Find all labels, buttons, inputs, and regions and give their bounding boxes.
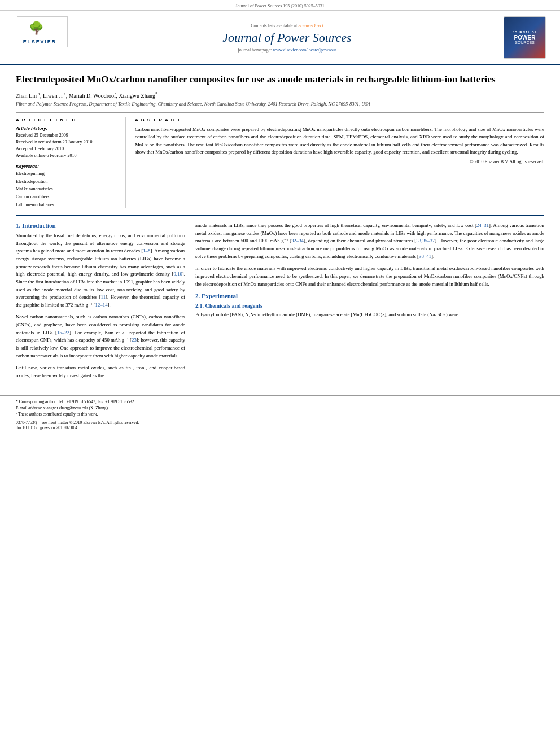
abstract-col: A B S T R A C T Carbon nanofiber-support… [135,117,544,208]
keyword-3: MnOx nanoparticles [16,185,119,193]
elsevier-logo-area: 🌳 ELSEVIER [11,16,73,59]
article-history-label: Article history: [16,126,119,131]
journal-homepage-link[interactable]: www.elsevier.com/locate/jpowsour [273,47,336,53]
svg-text:ELSEVIER: ELSEVIER [23,39,56,45]
chemicals-title: 2.1. Chemicals and reagents [195,303,544,309]
ref-33-37[interactable]: 33,35–37 [416,238,435,243]
article-title: Electrodeposited MnOx/carbon nanofiber c… [16,73,544,86]
revised-date: Received in revised form 29 January 2010 [16,139,119,146]
article-info-col: A R T I C L E I N F O Article history: R… [16,117,126,208]
footnote-email: E-mail address: xiangwu.zhang@ncsu.edu (… [16,405,544,410]
intro-right-paragraph-1: anode materials in LIBs, since they poss… [195,222,544,260]
footnote-star: * Corresponding author. Tel.: +1 919 515… [16,399,544,404]
journal-citation: Journal of Power Sources 195 (2010) 5025… [235,3,324,8]
footer-bottom: 0378-7753/$ – see front matter © 2010 El… [16,420,544,430]
abstract-copyright: © 2010 Elsevier B.V. All rights reserved… [135,159,544,164]
issn-line: 0378-7753/$ – see front matter © 2010 El… [16,420,139,430]
abstract-header: A B S T R A C T [135,117,544,123]
ref-15-22[interactable]: 15–22 [57,330,69,335]
accepted-date: Accepted 1 February 2010 [16,146,119,152]
ref-1-8[interactable]: 1–8 [143,248,150,254]
affiliation-line: Fiber and Polymer Science Program, Depar… [16,101,544,107]
ref-24-31[interactable]: 24–31 [476,222,489,228]
doi-text: doi:10.1016/j.jpowsour.2010.02.004 [16,425,139,430]
header-right: JOURNAL OF POWER SOURCES [501,16,549,59]
page: Journal of Power Sources 195 (2010) 5025… [0,0,560,747]
article-body: Electrodeposited MnOx/carbon nanofiber c… [0,65,560,390]
journal-homepage: journal homepage: www.elsevier.com/locat… [79,47,495,53]
authors-line: Zhan Lin 1, Liwen Ji 1, Mariah D. Woodro… [16,91,544,99]
footer-section: * Corresponding author. Tel.: +1 919 515… [0,395,560,435]
sciencedirect-link[interactable]: ScienceDirect [298,23,323,28]
keyword-2: Electrodeposition [16,178,119,186]
received-date: Received 25 December 2009 [16,132,119,139]
article-info-abstract-section: A R T I C L E I N F O Article history: R… [16,112,544,208]
logo-sources: SOURCES [515,41,535,45]
keyword-1: Electrospinning [16,170,119,178]
keyword-4: Carbon nanofibers [16,193,119,201]
intro-paragraph-1: Stimulated by the fossil fuel depletions… [16,232,185,309]
article-dates: Received 25 December 2009 Received in re… [16,132,119,159]
intro-right-paragraph-2: In order to fabricate the anode material… [195,265,544,288]
elsevier-logo: 🌳 ELSEVIER [17,16,68,47]
ref-9-10[interactable]: 9,10 [173,271,182,277]
journal-logo-box: JOURNAL OF POWER SOURCES [504,16,546,59]
keywords-list: Electrospinning Electrodeposition MnOx n… [16,170,119,208]
online-date: Available online 6 February 2010 [16,152,119,159]
intro-paragraph-3: Until now, various transition metal oxid… [16,364,185,379]
intro-paragraph-2: Novel carbon nanomaterials, such as carb… [16,313,185,360]
header-section: 🌳 ELSEVIER Contents lists available at S… [0,11,560,65]
ref-12-14[interactable]: 12–14 [95,302,108,308]
issn-text: 0378-7753/$ – see front matter © 2010 El… [16,420,139,425]
article-info-header: A R T I C L E I N F O [16,117,119,123]
ref-11[interactable]: 11 [101,294,106,300]
header-center: Contents lists available at ScienceDirec… [79,16,495,59]
journal-top-bar: Journal of Power Sources 195 (2010) 5025… [0,0,560,11]
ref-32-34[interactable]: 32–34 [291,238,304,243]
experimental-title: 2. Experimental [195,292,544,299]
chemicals-text: Polyacrylonitrile (PAN), N,N-dimethylfor… [195,311,544,319]
footnote-equal: ¹ These authors contributed equally to t… [16,412,544,417]
main-content: 1. Introduction Stimulated by the fossil… [16,215,544,384]
ref-38-41[interactable]: 38–41 [419,254,431,259]
ref-23[interactable]: 23 [132,337,137,343]
main-right-col: anode materials in LIBs, since they poss… [195,222,544,384]
intro-title: 1. Introduction [16,222,185,229]
abstract-text: Carbon nanofiber-supported MnOx composit… [135,126,544,156]
sciencedirect-line: Contents lists available at ScienceDirec… [79,23,495,28]
journal-title: Journal of Power Sources [79,30,495,45]
keyword-5: Lithium-ion batteries [16,201,119,209]
main-left-col: 1. Introduction Stimulated by the fossil… [16,222,185,384]
keywords-title: Keywords: [16,164,119,169]
logo-power: POWER [514,34,536,41]
svg-text:🌳: 🌳 [29,21,44,36]
